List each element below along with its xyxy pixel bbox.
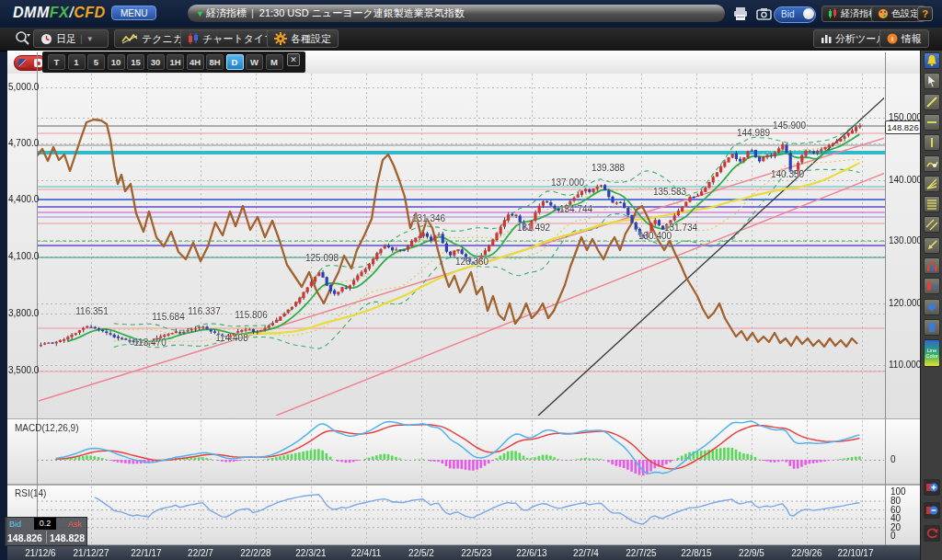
trash-icon[interactable]	[924, 319, 940, 336]
zoom-out-icon[interactable]	[924, 502, 940, 519]
undo-icon[interactable]	[924, 525, 940, 542]
horizontal-line-icon[interactable]	[924, 114, 940, 131]
trading-app-window: DMMFX/CFD MENU ▼経済指標|21:30 USD ニューヨーク連銀製…	[0, 0, 942, 560]
drawing-tool-rail: 1010LineColor	[920, 51, 942, 560]
pointer-icon[interactable]	[924, 73, 940, 89]
diagonal-line-icon[interactable]	[924, 94, 940, 110]
trend-channel-icon[interactable]	[924, 216, 940, 233]
zoom-in-icon[interactable]	[924, 479, 940, 496]
arrow-icon[interactable]	[924, 237, 940, 254]
chart-canvas[interactable]	[0, 0, 942, 560]
candle-period-icon[interactable]: 10	[924, 278, 940, 294]
eraser-icon[interactable]	[924, 299, 940, 315]
fibonacci-lines-icon[interactable]	[924, 196, 940, 212]
line-color-button[interactable]: LineColor	[924, 339, 940, 367]
freehand-draw-icon[interactable]	[924, 155, 940, 172]
svg-text:10: 10	[929, 260, 936, 266]
bar-period-icon[interactable]: 10	[924, 257, 940, 274]
alarm-bell-icon[interactable]	[924, 52, 940, 69]
svg-text:10: 10	[932, 284, 938, 290]
vertical-line-icon[interactable]	[924, 134, 940, 151]
line-color-label: LineColor	[925, 348, 937, 359]
fan-lines-icon[interactable]	[924, 176, 940, 192]
